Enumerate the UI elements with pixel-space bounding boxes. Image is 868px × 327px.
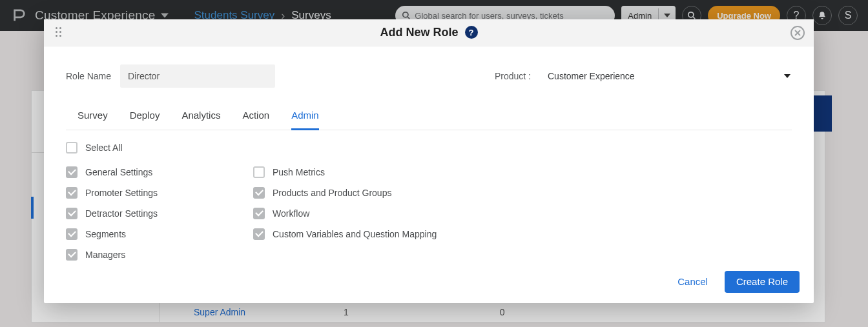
checkbox-icon: [66, 166, 78, 178]
tab-analytics[interactable]: Analytics: [181, 110, 220, 130]
checkbox-label: Push Metrics: [273, 167, 325, 177]
checkbox-segments[interactable]: Segments: [66, 228, 253, 240]
modal-body: Role Name Product : Customer Experience …: [44, 46, 814, 261]
checkbox-select-all[interactable]: Select All: [66, 142, 253, 154]
role-name-input[interactable]: [120, 64, 275, 88]
checkbox-general-settings[interactable]: General Settings: [66, 166, 253, 178]
modal-title: Add New Role ?: [380, 26, 477, 39]
tab-admin[interactable]: Admin: [291, 110, 319, 130]
modal-title-text: Add New Role: [380, 26, 458, 39]
permissions-list: Select All General Settings Promoter Set…: [66, 142, 792, 261]
modal-footer: Cancel Create Role: [44, 261, 814, 303]
permission-tabs: Survey Deploy Analytics Action Admin: [66, 110, 792, 130]
checkbox-icon: [253, 187, 265, 199]
close-button[interactable]: [790, 26, 805, 40]
add-role-modal: Add New Role ? Role Name Product : Custo…: [44, 19, 814, 303]
checkbox-label: Promoter Settings: [85, 188, 158, 198]
tab-deploy[interactable]: Deploy: [130, 110, 160, 130]
checkbox-managers[interactable]: Managers: [66, 249, 253, 261]
checkbox-icon: [66, 249, 78, 261]
product-label: Product :: [495, 71, 531, 81]
checkbox-custom-variables-question-mapping[interactable]: Custom Variables and Question Mapping: [253, 228, 512, 240]
checkbox-icon: [66, 228, 78, 240]
checkbox-label: Select All: [85, 143, 123, 153]
checkbox-icon: [253, 208, 265, 219]
checkbox-icon: [66, 187, 78, 199]
drag-handle-icon[interactable]: [56, 27, 66, 37]
cancel-button[interactable]: Cancel: [677, 276, 708, 287]
checkbox-label: Segments: [85, 229, 126, 239]
checkbox-label: Detractor Settings: [85, 208, 158, 219]
modal-header: Add New Role ?: [44, 19, 814, 46]
product-select[interactable]: Customer Experience: [546, 67, 792, 85]
checkbox-label: Workflow: [273, 208, 309, 219]
tab-action[interactable]: Action: [242, 110, 269, 130]
checkbox-products-product-groups[interactable]: Products and Product Groups: [253, 187, 512, 199]
product-select-value: Customer Experience: [548, 71, 635, 81]
checkbox-label: Products and Product Groups: [273, 188, 391, 198]
checkbox-label: Custom Variables and Question Mapping: [273, 229, 437, 239]
tab-survey[interactable]: Survey: [78, 110, 108, 130]
checkbox-icon: [66, 208, 78, 219]
create-role-button[interactable]: Create Role: [725, 271, 800, 293]
checkbox-icon: [253, 228, 265, 240]
checkbox-workflow[interactable]: Workflow: [253, 208, 512, 219]
checkbox-icon: [66, 142, 78, 154]
checkbox-icon: [253, 166, 265, 178]
caret-down-icon: [784, 73, 790, 79]
checkbox-push-metrics[interactable]: Push Metrics: [253, 166, 512, 178]
checkbox-detractor-settings[interactable]: Detractor Settings: [66, 208, 253, 219]
checkbox-promoter-settings[interactable]: Promoter Settings: [66, 187, 253, 199]
checkbox-label: General Settings: [85, 167, 152, 177]
role-name-label: Role Name: [66, 71, 111, 81]
help-icon[interactable]: ?: [465, 26, 478, 39]
checkbox-label: Managers: [85, 250, 125, 260]
